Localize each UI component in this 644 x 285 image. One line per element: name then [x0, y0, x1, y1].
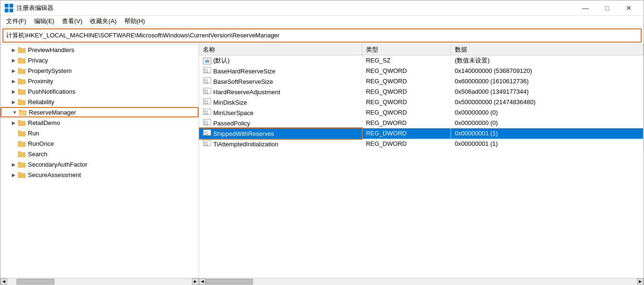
- table-row[interactable]: 011 110 TiAttemptedInitializationREG_DWO…: [199, 139, 644, 149]
- tree-label: SecureAssessment: [28, 171, 81, 178]
- address-text: 计算机\HKEY_LOCAL_MACHINE\SOFTWARE\Microsof…: [6, 31, 279, 40]
- expand-icon: ▶: [10, 79, 17, 84]
- reg-data-cell: (数值未设置): [451, 55, 643, 66]
- tree-item-search[interactable]: ▶ Search: [0, 149, 199, 159]
- tree-item-reservemanager[interactable]: ▼ ReserveManager: [0, 107, 199, 117]
- reg-name: (默认): [213, 57, 230, 64]
- maximize-button[interactable]: □: [596, 0, 618, 16]
- tree-scrollbar[interactable]: ◀ ▶: [0, 278, 199, 285]
- svg-text:110: 110: [204, 123, 208, 125]
- reg-name: HardReserveAdjustment: [213, 89, 280, 96]
- reg-name-cell: 011 110 BaseHardReserveSize: [199, 66, 362, 76]
- title-bar: 注册表编辑器 — □ ✕: [0, 0, 644, 16]
- folder-icon: [17, 56, 26, 64]
- folder-icon: [17, 160, 26, 168]
- tree-label: RetailDemo: [28, 119, 60, 126]
- tree-label: Search: [28, 151, 47, 158]
- expand-icon: ▶: [10, 47, 17, 53]
- tree-item-pushnotifications[interactable]: ▶ PushNotifications: [0, 86, 199, 97]
- scroll-right-arrow[interactable]: ▶: [192, 278, 199, 285]
- expand-icon: ▶: [10, 68, 17, 73]
- table-row[interactable]: 011 110 ShippedWithReservesREG_DWORD0x00…: [199, 128, 644, 139]
- folder-icon: [17, 67, 26, 74]
- reg-data-cell: 0x00000001 (1): [451, 139, 643, 149]
- scroll-left-arrow[interactable]: ◀: [0, 278, 7, 285]
- folder-icon: [17, 140, 26, 147]
- main-content: ▶ PreviewHandlers ▶ Privacy ▶: [0, 44, 644, 278]
- tree-item-privacy[interactable]: ▶ Privacy: [0, 55, 199, 65]
- tree-item-reliability[interactable]: ▶ Reliability: [0, 97, 199, 107]
- address-bar[interactable]: 计算机\HKEY_LOCAL_MACHINE\SOFTWARE\Microsof…: [2, 28, 642, 43]
- tree-label: Reliability: [28, 98, 54, 106]
- reg-type-cell: REG_QWORD: [362, 66, 451, 76]
- svg-text:110: 110: [204, 71, 208, 73]
- svg-rect-3: [9, 9, 13, 12]
- menu-view[interactable]: 查看(V): [58, 16, 86, 27]
- tree-item-run[interactable]: ▶ Run: [0, 128, 199, 138]
- tree-item-retaildemo[interactable]: ▶ RetailDemo: [0, 117, 199, 128]
- tree-item-propertysystem[interactable]: ▶ PropertySystem: [0, 65, 199, 76]
- reg-name-cell: 011 110 ShippedWithReserves: [199, 128, 362, 139]
- tree-item-previewhandlers[interactable]: ▶ PreviewHandlers: [0, 45, 199, 55]
- scroll-thumb-right[interactable]: [206, 279, 253, 285]
- table-row[interactable]: 011 110 PassedPolicyREG_DWORD0x00000000 …: [199, 118, 644, 128]
- expand-icon: ▼: [11, 110, 18, 115]
- main-window: 注册表编辑器 — □ ✕ 文件(F) 编辑(E) 查看(V) 收藏夹(A) 帮助…: [0, 0, 644, 285]
- menu-bar: 文件(F) 编辑(E) 查看(V) 收藏夹(A) 帮助(H): [0, 16, 644, 27]
- expand-icon: ▶: [10, 99, 17, 105]
- table-row[interactable]: ab(默认)REG_SZ(数值未设置): [199, 55, 644, 66]
- scroll-track-right[interactable]: [206, 278, 637, 285]
- expand-icon: ▶: [10, 58, 17, 63]
- folder-open-icon: [18, 108, 27, 116]
- values-scrollbar[interactable]: ◀ ▶: [199, 278, 644, 285]
- tree-label: PushNotifications: [28, 88, 75, 95]
- menu-file[interactable]: 文件(F): [2, 16, 30, 27]
- folder-icon: [17, 171, 26, 178]
- bin-icon: 011 110: [203, 67, 211, 73]
- svg-text:110: 110: [204, 102, 208, 105]
- window-title: 注册表编辑器: [17, 4, 574, 12]
- tree-item-runonce[interactable]: ▶ RunOnce: [0, 138, 199, 149]
- reg-name-cell: ab(默认): [199, 55, 362, 66]
- reg-name-cell: 011 110 HardReserveAdjustment: [199, 87, 362, 97]
- table-row[interactable]: 011 110 HardReserveAdjustmentREG_QWORD0x…: [199, 87, 644, 97]
- tree-label: SecondaryAuthFactor: [28, 161, 87, 168]
- reg-type-cell: REG_DWORD: [362, 118, 451, 128]
- registry-values-panel[interactable]: 名称 类型 数据 ab(默认)REG_SZ(数值未设置) 011 110 Bas…: [199, 45, 644, 278]
- bin-icon: 011 110: [203, 140, 211, 146]
- tree-label: PreviewHandlers: [28, 46, 74, 53]
- tree-item-secondaryauthfactor[interactable]: ▶ SecondaryAuthFactor: [0, 159, 199, 169]
- tree-item-secureassessment[interactable]: ▶ SecureAssessment: [0, 169, 199, 180]
- menu-edit[interactable]: 编辑(E): [30, 16, 58, 27]
- table-row[interactable]: 011 110 BaseHardReserveSizeREG_QWORD0x14…: [199, 66, 644, 76]
- col-data: 数据: [451, 45, 643, 55]
- reg-type-cell: REG_QWORD: [362, 87, 451, 97]
- bin-icon: 011 110: [203, 88, 211, 94]
- reg-type-cell: REG_QWORD: [362, 76, 451, 87]
- scroll-left-arrow2[interactable]: ◀: [199, 278, 206, 285]
- close-button[interactable]: ✕: [618, 0, 640, 16]
- scroll-right-arrow2[interactable]: ▶: [637, 278, 644, 285]
- table-row[interactable]: 011 110 BaseSoftReserveSizeREG_QWORD0x60…: [199, 76, 644, 87]
- reg-type-cell: REG_DWORD: [362, 139, 451, 149]
- scroll-track-left[interactable]: [7, 278, 192, 285]
- reg-data-cell: 0x140000000 (5368709120): [451, 66, 643, 76]
- bin-icon: 011 110: [203, 108, 211, 115]
- menu-help[interactable]: 帮助(H): [121, 16, 149, 27]
- reg-name: BaseHardReserveSize: [213, 68, 276, 75]
- tree-item-proximity[interactable]: ▶ Proximity: [0, 76, 199, 86]
- folder-icon: [17, 129, 26, 137]
- svg-text:110: 110: [204, 133, 208, 136]
- expand-icon: ▶: [10, 120, 17, 125]
- svg-rect-0: [5, 4, 9, 8]
- registry-tree[interactable]: ▶ PreviewHandlers ▶ Privacy ▶: [0, 45, 199, 278]
- tree-label: Proximity: [28, 78, 53, 85]
- table-row[interactable]: 011 110 MinDiskSizeREG_QWORD0x500000000 …: [199, 97, 644, 107]
- table-row[interactable]: 011 110 MinUserSpaceREG_QWORD0x00000000 …: [199, 107, 644, 118]
- reg-data-cell: 0x60000000 (1610612736): [451, 76, 643, 87]
- reg-name-cell: 011 110 MinDiskSize: [199, 97, 362, 107]
- scroll-thumb-left[interactable]: [17, 279, 54, 285]
- minimize-button[interactable]: —: [574, 0, 596, 16]
- window-controls: — □ ✕: [574, 0, 640, 16]
- menu-favorites[interactable]: 收藏夹(A): [86, 16, 120, 27]
